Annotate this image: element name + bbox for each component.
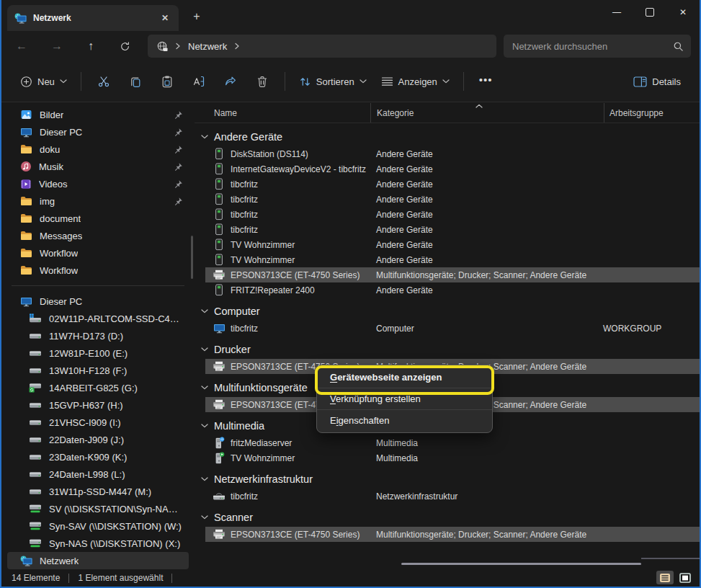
- item-name: TV Wohnzimmer: [231, 255, 295, 265]
- details-view-button[interactable]: [656, 571, 674, 584]
- sidebar-item-drive[interactable]: 14ARBEIT-G825 (G:): [7, 379, 189, 396]
- mediaplayer-icon: [213, 452, 226, 464]
- item-name: TV Wohnzimmer: [231, 240, 295, 250]
- sidebar-item-netzwerk[interactable]: Netzwerk: [7, 552, 189, 569]
- menu-item-gerätewebseite-anzeigen[interactable]: Gerätewebseite anzeigen: [317, 367, 492, 388]
- search-icon: [673, 41, 684, 52]
- table-row[interactable]: FRITZ!Repeater 2400Andere Geräte: [205, 282, 700, 298]
- table-row[interactable]: fritzMediaserverMultimedia: [205, 435, 700, 450]
- sidebar-item-drive[interactable]: 13W10H-F128 (F:): [7, 362, 189, 379]
- sidebar-item-workflow[interactable]: Workflow: [7, 262, 189, 279]
- sidebar-item-messages[interactable]: Messages: [7, 227, 189, 244]
- sidebar-item-drive[interactable]: Syn-NAS (\\DISKSTATION) (X:): [7, 535, 189, 552]
- table-row[interactable]: tibcfritzAndere Geräte: [205, 192, 700, 207]
- sidebar-item-workflow[interactable]: Workflow: [7, 244, 189, 262]
- table-row[interactable]: tibcfritzNetzwerkinfrastruktur: [205, 489, 700, 504]
- table-row[interactable]: tibcfritzAndere Geräte: [205, 177, 700, 192]
- more-options-button[interactable]: •••: [470, 71, 501, 93]
- new-button[interactable]: Neu: [13, 71, 74, 93]
- sort-button[interactable]: Sortieren: [292, 71, 374, 93]
- sidebar-item-bilder[interactable]: Bilder: [7, 106, 189, 123]
- menu-item-eigenschaften[interactable]: Eigenschaften: [317, 410, 492, 431]
- breadcrumb[interactable]: Netzwerk: [148, 35, 496, 58]
- column-header-kategorie[interactable]: Kategorie: [370, 103, 604, 122]
- sidebar-item-doku[interactable]: doku: [7, 141, 189, 158]
- sidebar-item-drive[interactable]: 02W11P-ARLTCOM-SSD-C446 (C:): [7, 310, 189, 327]
- tab-close-icon[interactable]: ✕: [158, 12, 171, 24]
- maximize-button[interactable]: [633, 0, 666, 24]
- column-header-name[interactable]: Name: [195, 103, 370, 122]
- folder-icon: [20, 265, 32, 275]
- table-row[interactable]: tibcfritzAndere Geräte: [205, 222, 700, 237]
- sidebar-item-drive[interactable]: 23Daten-K909 (K:): [7, 448, 189, 466]
- sidebar-scrollbar[interactable]: [191, 236, 193, 279]
- forward-button[interactable]: →: [47, 36, 67, 56]
- sidebar-item-drive[interactable]: 24Daten-L998 (L:): [7, 466, 189, 483]
- table-row[interactable]: EPSON3713CE (ET-4750 Series)Multifunktio…: [205, 267, 700, 282]
- sidebar-item-drive[interactable]: 11W7H-D173 (D:): [7, 327, 189, 344]
- delete-button[interactable]: [246, 70, 278, 93]
- drive-icon: [29, 435, 42, 445]
- group-header-andere-ger-te[interactable]: Andere Geräte: [195, 128, 700, 146]
- cell-category: Andere Geräte: [370, 164, 598, 174]
- copy-button[interactable]: [120, 70, 151, 93]
- sidebar-item-img[interactable]: img: [7, 192, 189, 210]
- menu-item-verknüpfung-erstellen[interactable]: Verknüpfung erstellen: [317, 388, 492, 409]
- horizontal-scrollbar-thumb[interactable]: [401, 563, 641, 565]
- table-row[interactable]: tibcfritzAndere Geräte: [205, 207, 700, 222]
- tab-netzwerk[interactable]: Netzwerk ✕: [7, 5, 179, 31]
- sidebar-item-drive[interactable]: 21VHSC-I909 (I:): [7, 414, 189, 431]
- sort-arrows-icon: [299, 76, 311, 88]
- sidebar-item-label: Dieser PC: [40, 127, 82, 138]
- sidebar-item-drive[interactable]: 22Daten-J909 (J:): [7, 431, 189, 448]
- search-box[interactable]: [504, 35, 691, 58]
- close-button[interactable]: ✕: [666, 0, 700, 24]
- details-pane-button[interactable]: Details: [626, 71, 688, 92]
- sidebar-item-drive[interactable]: 31W11p-SSD-M447 (M:): [7, 483, 189, 500]
- minimize-button[interactable]: —: [600, 0, 633, 24]
- sidebar-item-videos[interactable]: Videos: [7, 175, 189, 192]
- paste-button[interactable]: [151, 70, 183, 93]
- sidebar-item-drive[interactable]: 12W81P-E100 (E:): [7, 344, 189, 362]
- sidebar-item-drive[interactable]: 15GVP-H637 (H:): [7, 396, 189, 414]
- new-tab-button[interactable]: +: [187, 7, 206, 26]
- table-row[interactable]: TV WohnzimmerAndere Geräte: [205, 252, 700, 267]
- sidebar-item-label: Bilder: [40, 110, 63, 120]
- sidebar-item-document[interactable]: document: [7, 210, 189, 227]
- group-header-drucker[interactable]: Drucker: [195, 340, 700, 359]
- refresh-button[interactable]: [115, 36, 135, 56]
- table-row[interactable]: EPSON3713CE (ET-4750 Series)Multifunktio…: [205, 527, 700, 542]
- sidebar-item-musik[interactable]: Musik: [7, 158, 189, 175]
- item-name: DiskStation (DS114): [231, 149, 308, 159]
- table-row[interactable]: TV WohnzimmerMultimedia: [205, 450, 700, 466]
- cell-name: EPSON3713CE (ET-4750 Series): [213, 270, 370, 280]
- rename-icon: [192, 75, 205, 88]
- column-header-arbeitsgruppe[interactable]: Arbeitsgruppe: [604, 103, 700, 122]
- sidebar-item-label: 02W11P-ARLTCOM-SSD-C446 (C:): [49, 313, 183, 324]
- icons-view-button[interactable]: [677, 571, 694, 584]
- videos-icon: [20, 179, 32, 190]
- drive-network-icon: [29, 504, 42, 514]
- table-row[interactable]: tibcfritzComputerWORKGROUP: [205, 321, 700, 336]
- title-bar: Netzwerk ✕ + — ✕: [1, 0, 700, 31]
- sidebar-item-dieser-pc[interactable]: Dieser PC: [7, 123, 189, 141]
- back-button[interactable]: ←: [12, 36, 32, 56]
- sidebar-item-drive[interactable]: SV (\\DISKSTATION\Syn-NAS) (P:): [7, 500, 189, 517]
- share-button[interactable]: [215, 70, 246, 93]
- group-header-computer[interactable]: Computer: [195, 302, 700, 321]
- breadcrumb-item-netzwerk[interactable]: Netzwerk: [188, 41, 227, 52]
- printer-icon: [213, 529, 226, 540]
- group-header-netzwerkinfrastruktur[interactable]: Netzwerkinfrastruktur: [195, 470, 700, 489]
- cut-button[interactable]: [88, 70, 120, 93]
- sidebar-item-drive[interactable]: Syn-SAV (\\DISKSTATION) (W:): [7, 517, 189, 535]
- rename-button[interactable]: [183, 70, 215, 93]
- search-input[interactable]: [504, 41, 673, 52]
- table-row[interactable]: InternetGatewayDeviceV2 - tibcfritzAnder…: [205, 161, 700, 177]
- view-button[interactable]: Anzeigen: [374, 71, 457, 92]
- group-header-scanner[interactable]: Scanner: [195, 508, 700, 527]
- table-row[interactable]: TV WohnzimmerAndere Geräte: [205, 237, 700, 252]
- table-row[interactable]: DiskStation (DS114)Andere Geräte: [205, 146, 700, 161]
- up-button[interactable]: ↑: [81, 36, 101, 56]
- chevron-down-icon: [201, 477, 208, 481]
- sidebar-item-dieser-pc[interactable]: Dieser PC: [7, 293, 189, 310]
